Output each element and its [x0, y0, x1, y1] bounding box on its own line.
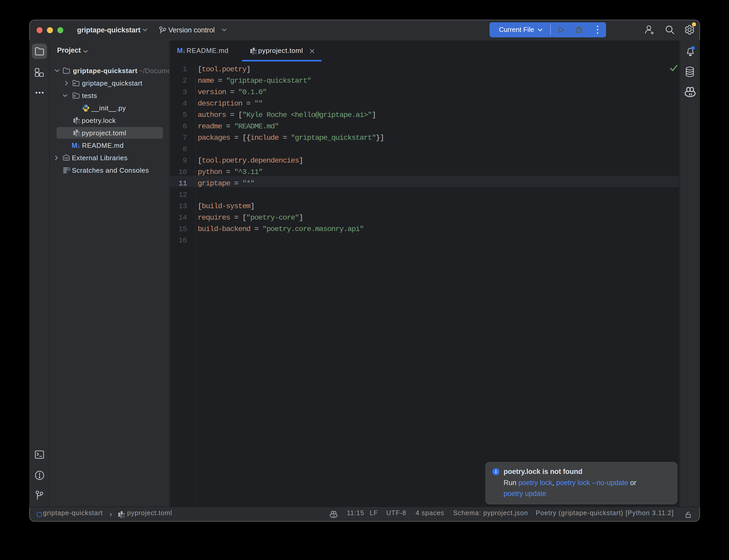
svg-text:[T]: [T]: [121, 515, 125, 518]
svg-text:[T]: [T]: [76, 133, 80, 136]
svg-text:[T]: [T]: [253, 51, 257, 54]
svg-text:[T]: [T]: [76, 121, 80, 124]
